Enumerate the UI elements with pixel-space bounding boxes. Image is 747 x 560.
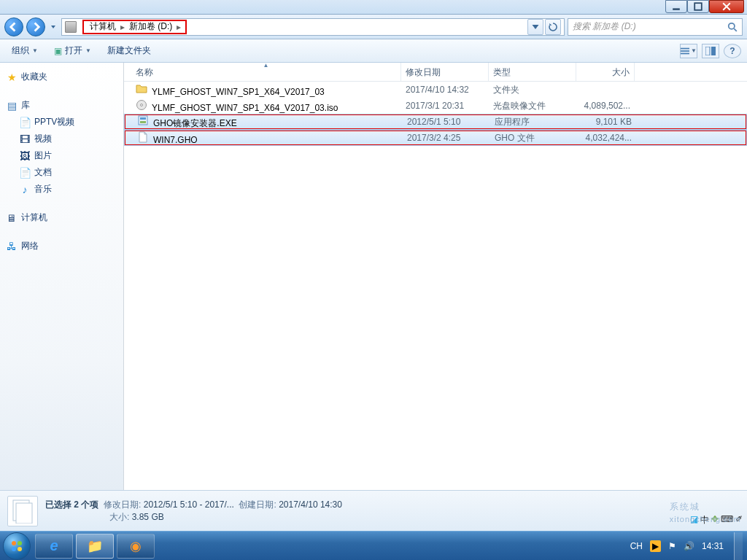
svg-rect-0 bbox=[673, 8, 680, 9]
disc-icon bbox=[136, 99, 147, 111]
svg-point-18 bbox=[12, 547, 16, 551]
chevron-right-icon[interactable]: ▸ bbox=[177, 22, 181, 32]
breadcrumb-root[interactable]: 计算机 bbox=[87, 20, 119, 33]
file-row[interactable]: WIN7.GHO2017/3/2 4:25GHO 文件4,032,424... bbox=[124, 130, 747, 146]
system-tray[interactable]: CH ▶ ⚑ 🔊 14:31 bbox=[630, 532, 747, 560]
status-bar: 已选择 2 个项 修改日期: 2012/5/1 5:10 - 2017/... … bbox=[0, 490, 747, 531]
breadcrumb-drive[interactable]: 新加卷 (D:) bbox=[126, 20, 175, 33]
window-titlebar bbox=[0, 0, 747, 15]
document-icon: 📄 bbox=[19, 167, 31, 179]
file-icon bbox=[137, 131, 149, 143]
sidebar-item-pictures[interactable]: 🖼图片 bbox=[3, 147, 120, 164]
minimize-button[interactable] bbox=[665, 0, 687, 13]
navigation-bar: 计算机 ▸ 新加卷 (D:) ▸ 搜索 新加卷 (D:) bbox=[0, 15, 747, 39]
organize-button[interactable]: 组织▼ bbox=[6, 42, 44, 59]
svg-rect-5 bbox=[681, 50, 689, 52]
tray-search-icon[interactable]: ▶ bbox=[650, 540, 661, 552]
taskbar-explorer[interactable]: 📁 bbox=[76, 534, 114, 559]
sidebar-computer[interactable]: 🖥计算机 bbox=[3, 209, 120, 226]
svg-point-16 bbox=[12, 541, 16, 545]
svg-point-17 bbox=[18, 541, 22, 545]
selection-thumbnail bbox=[7, 496, 38, 526]
svg-rect-6 bbox=[681, 52, 689, 54]
svg-point-2 bbox=[729, 23, 735, 28]
file-date: 2017/3/1 20:31 bbox=[401, 97, 489, 114]
tray-flag-icon[interactable]: ⚑ bbox=[668, 541, 676, 551]
sidebar-network[interactable]: 🖧网络 bbox=[3, 238, 120, 254]
show-desktop-button[interactable] bbox=[734, 532, 743, 560]
file-name: WIN7.GHO bbox=[153, 135, 198, 145]
taskbar-mediaplayer[interactable]: ◉ bbox=[117, 534, 155, 559]
folder-icon bbox=[136, 83, 147, 95]
svg-point-10 bbox=[141, 104, 143, 106]
svg-rect-8 bbox=[711, 47, 716, 55]
back-button[interactable] bbox=[4, 18, 23, 36]
music-icon: ♪ bbox=[19, 184, 31, 195]
sidebar-item-music[interactable]: ♪音乐 bbox=[3, 181, 120, 198]
svg-rect-1 bbox=[694, 3, 702, 10]
newfolder-button[interactable]: 新建文件夹 bbox=[101, 42, 157, 59]
column-date[interactable]: 修改日期 bbox=[401, 63, 489, 81]
address-bar[interactable]: 计算机 ▸ 新加卷 (D:) ▸ bbox=[61, 18, 565, 36]
status-count: 已选择 2 个项 bbox=[45, 499, 98, 510]
svg-line-3 bbox=[734, 28, 737, 31]
svg-rect-7 bbox=[705, 47, 710, 55]
recent-dropdown[interactable] bbox=[48, 18, 58, 36]
tray-speaker-icon[interactable]: 🔊 bbox=[684, 541, 694, 551]
column-headers: ▲名称 修改日期 类型 大小 bbox=[124, 63, 747, 82]
search-icon bbox=[727, 22, 738, 32]
file-date: 2012/5/1 5:10 bbox=[403, 113, 490, 131]
svg-rect-11 bbox=[139, 116, 147, 125]
taskbar: e 📁 ◉ CH ▶ ⚑ 🔊 14:31 bbox=[0, 531, 747, 560]
start-button[interactable] bbox=[3, 532, 31, 560]
maximize-button[interactable] bbox=[687, 0, 709, 13]
file-type: GHO 文件 bbox=[490, 128, 578, 148]
file-list[interactable]: ▲名称 修改日期 类型 大小 YLMF_GHOST_WIN7_SP1_X64_V… bbox=[124, 63, 747, 490]
column-size[interactable]: 大小 bbox=[576, 63, 635, 81]
preview-pane-button[interactable] bbox=[702, 44, 719, 58]
file-size: 4,089,502... bbox=[576, 97, 635, 114]
sidebar-item-pptv[interactable]: 📄PPTV视频 bbox=[3, 114, 120, 131]
search-box[interactable]: 搜索 新加卷 (D:) bbox=[568, 18, 743, 36]
open-button[interactable]: ▣打开▼ bbox=[48, 42, 97, 59]
forward-button[interactable] bbox=[26, 18, 45, 36]
address-dropdown[interactable] bbox=[527, 19, 543, 35]
video-icon: 📄 bbox=[19, 117, 31, 128]
search-placeholder: 搜索 新加卷 (D:) bbox=[573, 20, 636, 33]
file-size bbox=[576, 86, 635, 93]
svg-rect-13 bbox=[140, 121, 146, 123]
chevron-right-icon[interactable]: ▸ bbox=[120, 22, 125, 32]
file-size: 9,101 KB bbox=[578, 113, 636, 131]
svg-rect-4 bbox=[681, 47, 689, 49]
svg-rect-15 bbox=[16, 503, 32, 524]
picture-icon: 🖼 bbox=[19, 150, 31, 162]
column-name[interactable]: ▲名称 bbox=[131, 63, 401, 81]
library-icon: ▤ bbox=[6, 100, 18, 112]
tray-clock[interactable]: 14:31 bbox=[702, 541, 724, 551]
help-button[interactable]: ? bbox=[724, 44, 741, 58]
file-date: 2017/3/2 4:25 bbox=[403, 129, 490, 147]
computer-icon: 🖥 bbox=[6, 212, 18, 224]
sidebar-item-video[interactable]: 🎞视频 bbox=[3, 131, 120, 147]
star-icon: ★ bbox=[6, 71, 18, 83]
file-size: 4,032,424... bbox=[578, 129, 636, 147]
svg-point-19 bbox=[18, 547, 22, 551]
sidebar-favorites[interactable]: ★收藏夹 bbox=[3, 69, 120, 85]
view-options-button[interactable]: ▼ bbox=[680, 44, 697, 58]
sidebar-item-documents[interactable]: 📄文档 bbox=[3, 164, 120, 181]
close-button[interactable] bbox=[709, 0, 744, 13]
refresh-button[interactable] bbox=[545, 19, 561, 35]
exe-icon bbox=[137, 114, 149, 126]
svg-rect-12 bbox=[140, 117, 146, 120]
column-type[interactable]: 类型 bbox=[489, 63, 576, 81]
file-name: GHO镜像安装器.EXE bbox=[153, 118, 237, 128]
sidebar-library[interactable]: ▤库 bbox=[3, 97, 120, 114]
file-date: 2017/4/10 14:32 bbox=[401, 81, 489, 98]
taskbar-ie[interactable]: e bbox=[35, 534, 73, 559]
network-icon: 🖧 bbox=[6, 241, 18, 252]
command-toolbar: 组织▼ ▣打开▼ 新建文件夹 ▼ ? bbox=[0, 39, 747, 63]
tray-lang[interactable]: CH bbox=[630, 541, 643, 551]
status-tray-icons: ◪中✥⌨✐ bbox=[690, 514, 743, 526]
video-icon: 🎞 bbox=[19, 133, 31, 145]
breadcrumb-highlight: 计算机 ▸ 新加卷 (D:) ▸ bbox=[82, 20, 187, 34]
